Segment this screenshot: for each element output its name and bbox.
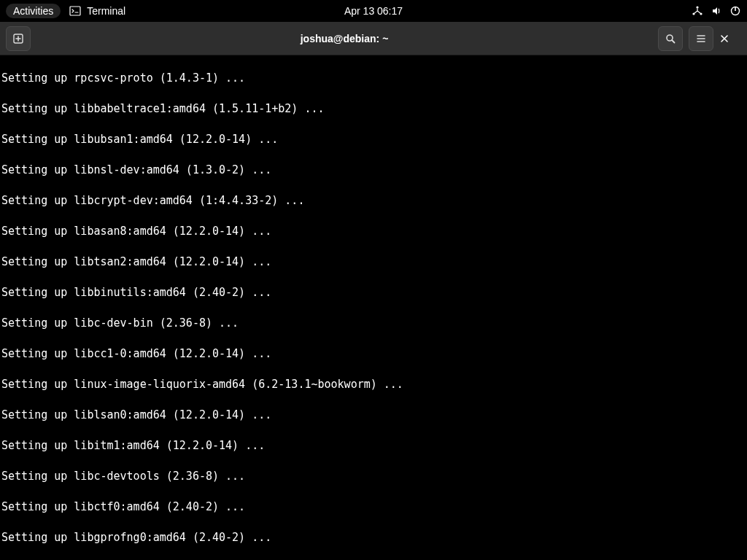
app-menu[interactable]: Terminal [69,5,125,17]
output-line: Setting up libbabeltrace1:amd64 (1.5.11-… [1,101,746,117]
app-menu-label: Terminal [87,5,125,17]
output-line: Setting up libc-dev-bin (2.36-8) ... [1,316,746,331]
output-line: Setting up libbinutils:amd64 (2.40-2) ..… [1,285,746,300]
output-line: Setting up linux-image-liquorix-amd64 (6… [1,377,746,392]
output-line: Setting up rpcsvc-proto (1.4.3-1) ... [1,71,746,86]
svg-point-1 [696,6,698,8]
gnome-topbar: Activities Terminal Apr 13 06:17 [0,0,747,22]
terminal-icon [69,5,81,17]
output-line: Setting up libcrypt-dev:amd64 (1:4.4.33-… [1,193,746,209]
output-line: Setting up libitm1:amd64 (12.2.0-14) ... [1,438,746,454]
close-button[interactable] [719,34,741,44]
terminal-window: joshua@debian: ~ Setting up rpcsvc-proto… [0,22,747,560]
svg-line-8 [672,40,675,43]
volume-icon[interactable] [711,5,722,17]
terminal-output[interactable]: Setting up rpcsvc-proto (1.4.3-1) ... Se… [0,55,747,560]
activities-button[interactable]: Activities [6,4,61,18]
network-icon[interactable] [692,5,703,17]
search-button[interactable] [658,26,683,51]
new-tab-button[interactable] [6,26,31,51]
clock[interactable]: Apr 13 06:17 [344,5,403,17]
output-line: Setting up libnsl-dev:amd64 (1.3.0-2) ..… [1,163,746,178]
svg-rect-0 [70,7,80,15]
output-line: Setting up libcc1-0:amd64 (12.2.0-14) ..… [1,346,746,362]
output-line: Setting up libasan8:amd64 (12.2.0-14) ..… [1,224,746,239]
output-line: Setting up libc-devtools (2.36-8) ... [1,469,746,484]
power-icon[interactable] [729,5,741,17]
output-line: Setting up libubsan1:amd64 (12.2.0-14) .… [1,132,746,147]
output-line: Setting up liblsan0:amd64 (12.2.0-14) ..… [1,408,746,423]
hamburger-menu-button[interactable] [689,26,713,51]
titlebar: joshua@debian: ~ [0,22,747,55]
output-line: Setting up libtsan2:amd64 (12.2.0-14) ..… [1,254,746,270]
output-line: Setting up libgprofng0:amd64 (2.40-2) ..… [1,530,746,545]
window-title: joshua@debian: ~ [36,33,652,44]
output-line: Setting up libctf0:amd64 (2.40-2) ... [1,499,746,515]
